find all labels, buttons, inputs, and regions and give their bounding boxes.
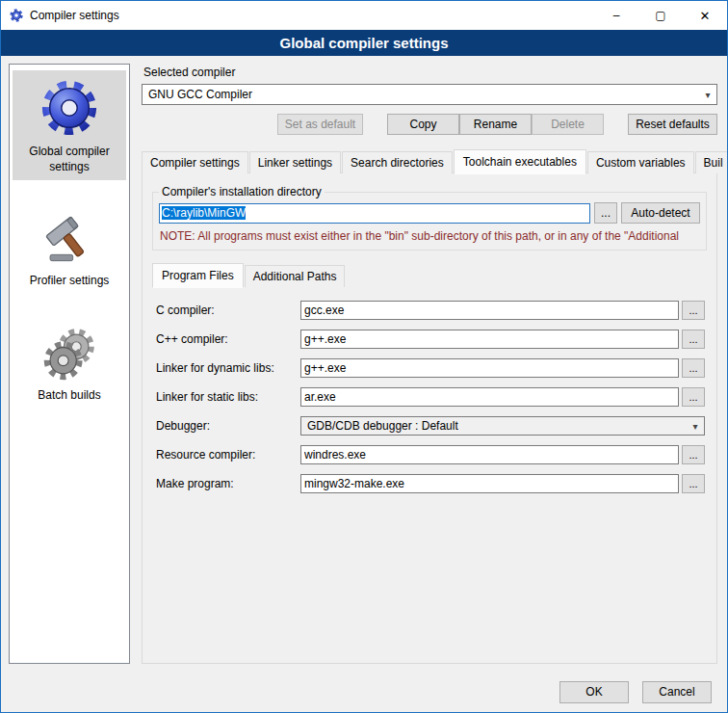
tab-build-truncated[interactable]: Buil <box>695 151 728 173</box>
cpp-compiler-input[interactable] <box>300 330 679 349</box>
settings-tabstrip: Compiler settings Linker settings Search… <box>142 149 717 173</box>
selected-compiler-label: Selected compiler <box>143 66 717 79</box>
selected-compiler-value: GNU GCC Compiler <box>148 88 701 101</box>
sidebar-item-label: Global compiler settings <box>29 145 109 173</box>
tab-additional-paths[interactable]: Additional Paths <box>245 265 346 287</box>
installation-dir-input[interactable]: C:\raylib\MinGW <box>159 203 590 224</box>
installation-directory-legend: Compiler's installation directory <box>159 185 325 198</box>
window-title: Compiler settings <box>30 9 119 22</box>
program-files-tabstrip: Program Files Additional Paths <box>152 263 707 287</box>
page-title: Global compiler settings <box>1 30 727 56</box>
titlebar: Compiler settings – ▢ ✕ <box>1 1 727 30</box>
tab-linker-settings[interactable]: Linker settings <box>249 151 341 173</box>
resource-compiler-label: Resource compiler: <box>156 448 300 462</box>
browse-button[interactable]: ... <box>682 358 705 378</box>
dynamic-linker-row: Linker for dynamic libs: ... <box>156 358 705 378</box>
compiler-buttons-row: Set as default Copy Rename Delete Reset … <box>142 114 717 135</box>
ok-button[interactable]: OK <box>559 681 629 703</box>
debugger-dropdown[interactable]: GDB/CDB debugger : Default ▾ <box>300 416 705 436</box>
sidebar-item-profiler-settings[interactable]: Profiler settings <box>13 203 126 295</box>
set-as-default-button[interactable]: Set as default <box>277 114 363 135</box>
tab-toolchain-executables[interactable]: Toolchain executables <box>454 149 586 174</box>
browse-directory-button[interactable]: ... <box>594 202 617 224</box>
make-program-input[interactable] <box>300 474 679 493</box>
tab-compiler-settings[interactable]: Compiler settings <box>142 151 248 173</box>
close-icon[interactable]: ✕ <box>683 1 727 30</box>
static-linker-label: Linker for static libs: <box>156 390 300 404</box>
blue-gear-icon <box>14 78 124 141</box>
installation-directory-groupbox: Compiler's installation directory C:\ray… <box>152 185 707 251</box>
auto-detect-button[interactable]: Auto-detect <box>621 202 700 224</box>
debugger-value: GDB/CDB debugger : Default <box>307 419 689 433</box>
dynamic-linker-input[interactable] <box>300 358 679 378</box>
static-linker-input[interactable] <box>300 387 679 407</box>
browse-button[interactable]: ... <box>682 330 705 349</box>
reset-defaults-button[interactable]: Reset defaults <box>628 114 717 135</box>
cpp-compiler-label: C++ compiler: <box>156 332 300 346</box>
gray-gears-icon <box>14 326 124 384</box>
sidebar-item-label: Profiler settings <box>30 274 110 287</box>
cancel-button[interactable]: Cancel <box>642 681 712 703</box>
browse-button[interactable]: ... <box>682 301 705 320</box>
minimize-icon[interactable]: – <box>594 1 638 30</box>
c-compiler-input[interactable] <box>300 301 679 320</box>
app-gear-icon <box>9 8 24 23</box>
profiler-tool-icon <box>14 211 124 270</box>
browse-button[interactable]: ... <box>682 474 705 493</box>
sidebar-item-label: Batch builds <box>38 388 100 402</box>
cpp-compiler-row: C++ compiler: ... <box>156 330 705 349</box>
resource-compiler-row: Resource compiler: ... <box>156 445 705 464</box>
tab-program-files[interactable]: Program Files <box>152 263 244 288</box>
delete-button[interactable]: Delete <box>532 114 604 135</box>
rename-button[interactable]: Rename <box>459 114 532 135</box>
browse-button[interactable]: ... <box>682 387 705 407</box>
resource-compiler-input[interactable] <box>300 445 679 464</box>
dynamic-linker-label: Linker for dynamic libs: <box>156 361 300 375</box>
selected-compiler-dropdown[interactable]: GNU GCC Compiler ▾ <box>142 84 717 105</box>
static-linker-row: Linker for static libs: ... <box>156 387 705 407</box>
sidebar-item-global-compiler-settings[interactable]: Global compiler settings <box>13 70 126 180</box>
sidebar-item-batch-builds[interactable]: Batch builds <box>13 318 126 409</box>
maximize-icon[interactable]: ▢ <box>638 1 683 30</box>
toolchain-executables-page: Compiler's installation directory C:\ray… <box>142 172 717 664</box>
dialog-footer: OK Cancel <box>1 672 727 712</box>
tab-search-directories[interactable]: Search directories <box>342 151 453 173</box>
main-panel: Selected compiler GNU GCC Compiler ▾ Set… <box>142 64 717 664</box>
bin-subdirectory-note: NOTE: All programs must exist either in … <box>160 229 699 243</box>
dialog-body: Global compiler settings Profiler settin… <box>1 56 727 672</box>
c-compiler-label: C compiler: <box>156 304 300 317</box>
c-compiler-row: C compiler: ... <box>156 301 705 320</box>
settings-sidebar: Global compiler settings Profiler settin… <box>9 64 130 664</box>
copy-button[interactable]: Copy <box>387 114 459 135</box>
program-files-fields: C compiler: ... C++ compiler: ... Linker… <box>152 301 707 503</box>
make-program-label: Make program: <box>156 477 300 490</box>
debugger-row: Debugger: GDB/CDB debugger : Default ▾ <box>156 416 705 436</box>
installation-directory-row: C:\raylib\MinGW ... Auto-detect <box>159 202 700 224</box>
chevron-down-icon: ▾ <box>689 421 702 432</box>
window-controls: – ▢ ✕ <box>594 1 727 30</box>
browse-button[interactable]: ... <box>682 445 705 464</box>
debugger-label: Debugger: <box>156 419 300 433</box>
make-program-row: Make program: ... <box>156 474 705 493</box>
compiler-settings-window: Compiler settings – ▢ ✕ Global compiler … <box>0 0 728 713</box>
installation-dir-value: C:\raylib\MinGW <box>162 206 246 220</box>
tab-custom-variables[interactable]: Custom variables <box>587 151 694 173</box>
chevron-down-icon: ▾ <box>701 90 715 100</box>
